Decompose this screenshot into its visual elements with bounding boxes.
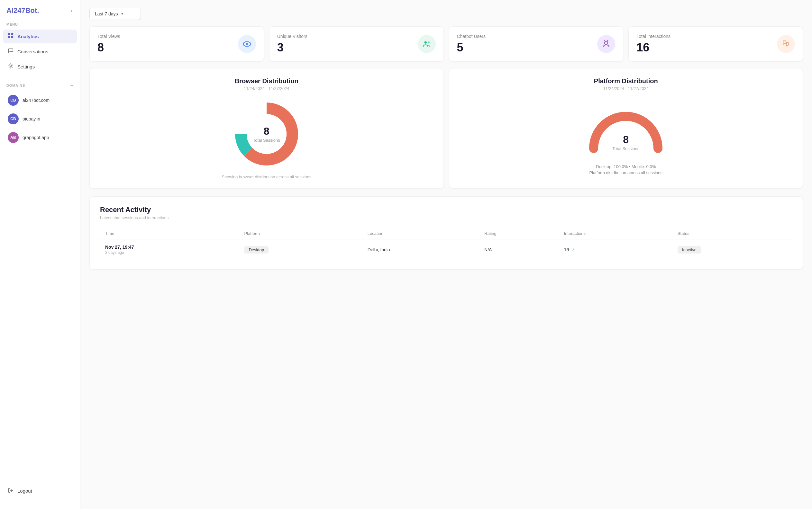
settings-icon (8, 63, 13, 70)
platform-distribution-card: Platform Distribution 11/24/2024 - 11/27… (449, 68, 803, 189)
date-filter-label: Last 7 days (95, 11, 118, 16)
stat-card-total-views: Total Views 8 (89, 26, 264, 62)
charts-row: Browser Distribution 11/24/2024 - 11/27/… (89, 68, 803, 189)
platform-dist-title: Platform Distribution (459, 77, 793, 85)
col-time: Time (100, 228, 239, 239)
sidebar-item-conversations[interactable]: Conversations (3, 45, 77, 59)
sidebar-item-analytics[interactable]: Analytics (3, 30, 77, 43)
activity-table-header-row: Time Platform Location Rating Interactio… (100, 228, 792, 239)
menu-section-label: MENU (0, 23, 80, 30)
logout-label: Logout (18, 488, 32, 494)
sidebar-item-settings[interactable]: Settings (3, 60, 77, 74)
row-location: Delhi, India (362, 239, 479, 260)
analytics-icon (8, 33, 13, 40)
stat-card-unique-visitors: Unique Visitors 3 (269, 26, 444, 62)
chatbot-users-value: 5 (457, 41, 486, 54)
domain-name-piepay: piepay.in (23, 116, 40, 122)
unique-visitors-value: 3 (277, 41, 307, 54)
total-interactions-icon-wrap (777, 35, 795, 53)
col-platform: Platform (239, 228, 362, 239)
activity-table-head: Time Platform Location Rating Interactio… (100, 228, 792, 239)
domain-item-graphgpt[interactable]: AB graphgpt.app (3, 129, 77, 146)
conversations-icon (8, 48, 13, 55)
chatbot-users-label: Chatbot Users (457, 34, 486, 39)
platform-stats-line1: Desktop: 100.0% • Mobile: 0.0% (459, 164, 793, 169)
browser-donut-svg (231, 99, 302, 169)
sidebar-nav: Analytics Conversations Settings (0, 30, 80, 75)
col-interactions: Interactions (559, 228, 673, 239)
sidebar-conversations-label: Conversations (18, 49, 48, 54)
svg-point-4 (10, 65, 11, 67)
svg-rect-1 (11, 33, 13, 35)
sidebar-collapse-button[interactable]: ‹ (69, 6, 74, 15)
platform-gauge-center: 8 Total Sessions (612, 134, 639, 151)
row-time-main: Nov 27, 19:47 (105, 244, 234, 250)
sidebar-settings-label: Settings (18, 64, 35, 69)
browser-donut-container: 8 Total Sessions (100, 99, 433, 169)
sidebar-analytics-label: Analytics (18, 34, 39, 39)
svg-point-6 (246, 43, 248, 45)
sidebar: AI247Bot. ‹ MENU Analytics Conversations… (0, 0, 80, 509)
stat-card-total-interactions: Total Interactions 16 (628, 26, 803, 62)
interactions-value: 16 (564, 247, 569, 252)
date-filter-dropdown[interactable]: Last 7 days ▾ (89, 8, 141, 20)
logout-icon (8, 487, 13, 494)
main-content: Last 7 days ▾ Total Views 8 Unique Visit… (80, 0, 812, 509)
domains-section: DOMAINS + CB ai247bot.com CB piepay.in A… (0, 82, 80, 147)
unique-visitors-icon-wrap (418, 35, 436, 53)
row-rating: N/A (479, 239, 559, 260)
platform-stats-line2: Platform distribution across all session… (459, 170, 793, 175)
domain-name-graphgpt: graphgpt.app (23, 135, 49, 140)
platform-dist-date: 11/24/2024 - 11/27/2024 (459, 86, 793, 91)
browser-dist-title: Browser Distribution (100, 77, 433, 85)
domain-item-ai247bot[interactable]: CB ai247bot.com (3, 92, 77, 109)
svg-point-12 (247, 114, 287, 154)
total-views-label: Total Views (97, 34, 120, 39)
recent-activity-title: Recent Activity (100, 206, 792, 214)
total-views-icon-wrap (238, 35, 256, 53)
activity-table: Time Platform Location Rating Interactio… (100, 228, 792, 260)
svg-rect-3 (11, 36, 13, 38)
svg-rect-2 (8, 36, 10, 38)
logout-item[interactable]: Logout (3, 484, 77, 498)
domain-avatar-piepay: CB (8, 113, 19, 124)
domains-label: DOMAINS (6, 83, 25, 88)
users-icon (422, 39, 431, 49)
row-platform: Desktop (239, 239, 362, 260)
col-rating: Rating (479, 228, 559, 239)
chevron-down-icon: ▾ (121, 11, 123, 16)
date-filter-row: Last 7 days ▾ (89, 8, 803, 20)
svg-rect-0 (8, 33, 10, 35)
domain-name-ai247bot: ai247bot.com (23, 98, 50, 103)
platform-stats: Desktop: 100.0% • Mobile: 0.0% Platform … (459, 164, 793, 175)
domain-item-piepay[interactable]: CB piepay.in (3, 110, 77, 128)
interactions-icon (781, 39, 791, 49)
recent-activity-card: Recent Activity Latest chat sessions and… (89, 196, 803, 270)
sidebar-logo: AI247Bot. ‹ (0, 6, 80, 23)
chatbot-users-icon-wrap (597, 35, 615, 53)
domain-avatar-graphgpt: AB (8, 132, 19, 143)
arrow-up-icon: ↗ (571, 247, 575, 252)
stats-row: Total Views 8 Unique Visitors 3 (89, 26, 803, 62)
browser-dist-footer: Showing browser distribution across all … (100, 174, 433, 179)
status-badge: Inactive (678, 246, 701, 253)
total-views-value: 8 (97, 41, 120, 54)
row-time: Nov 27, 19:47 2 days ago (100, 239, 239, 260)
stat-card-chatbot-users: Chatbot Users 5 (449, 26, 623, 62)
row-interactions: 16 ↗ (559, 239, 673, 260)
unique-visitors-label: Unique Visitors (277, 34, 307, 39)
platform-badge: Desktop (244, 246, 268, 253)
svg-point-9 (605, 41, 608, 44)
col-status: Status (673, 228, 792, 239)
app-logo: AI247Bot. (6, 6, 39, 15)
platform-total-sessions-value: 8 (612, 134, 639, 145)
row-time-sub: 2 days ago (105, 250, 234, 255)
add-domain-button[interactable]: + (70, 82, 74, 88)
svg-point-8 (428, 41, 430, 43)
total-interactions-value: 16 (637, 41, 671, 54)
recent-activity-subtitle: Latest chat sessions and interactions (100, 215, 792, 220)
svg-point-7 (424, 41, 427, 44)
browser-distribution-card: Browser Distribution 11/24/2024 - 11/27/… (89, 68, 444, 189)
chatbot-icon (602, 39, 611, 49)
col-location: Location (362, 228, 479, 239)
